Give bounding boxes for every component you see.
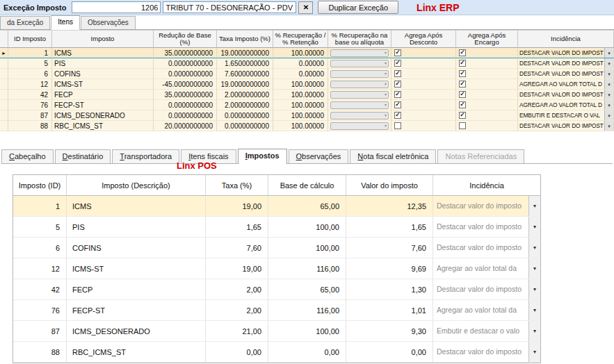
erp-grid-row[interactable]: 76FECP-ST0.00000000002.0000000000100.000… xyxy=(0,100,614,110)
pos-table-row[interactable]: 42FECP2,0065,001,30Destacar valor do imp… xyxy=(13,279,540,300)
cell-imposto: ICMS xyxy=(52,48,154,58)
pos-tab-destinatario[interactable]: Destinatário xyxy=(55,149,111,163)
pos-table-row[interactable]: 87ICMS_DESONERADO21,00100,009,30Embutir … xyxy=(13,321,540,342)
incidencia-dropdown-button[interactable]: ▾ xyxy=(604,110,613,120)
incidencia-dropdown-button[interactable]: ▾ xyxy=(604,121,613,131)
agrega-apos-desconto-checkbox[interactable]: ✓ xyxy=(394,60,401,67)
cell-recuperacao: 100.00000 xyxy=(273,121,328,131)
erp-column-header-imposto: Imposto xyxy=(52,30,154,48)
agrega-apos-encargo-checkbox[interactable]: ✓ xyxy=(459,49,466,56)
agrega-apos-encargo-checkbox[interactable]: ✓ xyxy=(459,101,466,108)
incidencia-dropdown-button[interactable]: ▾ xyxy=(604,48,613,58)
agrega-apos-encargo-checkbox[interactable]: ✓ xyxy=(459,81,466,88)
cell-reducao-base: 0.0000000000 xyxy=(154,69,217,79)
cell-recuperacao: 100.00000 xyxy=(273,90,328,100)
agrega-apos-encargo-checkbox[interactable] xyxy=(459,122,466,129)
cell-recuperacao-base: ▾ xyxy=(328,100,391,110)
incidencia-dropdown-button[interactable]: ▾ xyxy=(528,217,540,237)
erp-tab-observacoes[interactable]: Observações xyxy=(81,16,136,29)
pos-tab-cabecalho[interactable]: Cabeçalho xyxy=(1,149,54,163)
cell-recuperacao: 100.00000 xyxy=(273,79,328,90)
pos-table-row[interactable]: 88RBC_ICMS_ST0,000,000,00Destacar valor … xyxy=(13,342,540,363)
pos-tab-impostos[interactable]: Impostos xyxy=(238,149,287,164)
duplicate-exception-button[interactable]: Duplicar Exceção xyxy=(318,1,398,14)
exception-description-field[interactable] xyxy=(163,1,296,13)
incidencia-dropdown-button[interactable]: ▾ xyxy=(604,100,613,110)
erp-tab-da-excecao[interactable]: da Exceção xyxy=(0,16,50,29)
chevron-down-icon: ▾ xyxy=(385,51,387,55)
agrega-apos-encargo-checkbox[interactable]: ✓ xyxy=(459,112,466,119)
agrega-apos-desconto-checkbox[interactable]: ✓ xyxy=(394,49,401,56)
agrega-apos-encargo-checkbox[interactable]: ✓ xyxy=(459,91,466,98)
cell-imposto: RBC_ICMS_ST xyxy=(52,121,154,131)
incidencia-dropdown-button[interactable]: ▾ xyxy=(604,79,613,89)
erp-grid-row[interactable]: 12ICMS-ST-45.000000000019.0000000000100.… xyxy=(0,79,614,90)
pos-table-header: Imposto (ID)Imposto (Descrição)Taxa (%)B… xyxy=(13,175,540,196)
cell-incidencia: Agregar ao valor total da▾ xyxy=(433,300,540,321)
erp-grid-row[interactable]: 6COFINS0.00000000007.60000000000.00000▾✓… xyxy=(0,69,614,79)
recuperacao-base-dropdown: ▾ xyxy=(330,49,389,57)
incidencia-dropdown-button[interactable]: ▾ xyxy=(528,258,540,279)
cell-recuperacao-base: ▾ xyxy=(328,48,391,58)
chevron-down-icon: ▾ xyxy=(385,61,387,65)
pos-tab-observacoes[interactable]: Observações xyxy=(289,149,349,163)
pos-tab-nota-fiscal-eletronica[interactable]: Nota fiscal eletrônica xyxy=(350,149,436,163)
pos-column-header-taxa: Taxa (%) xyxy=(206,175,268,196)
agrega-apos-desconto-checkbox[interactable]: ✓ xyxy=(394,112,401,119)
cell-base-calculo: 100,00 xyxy=(268,321,346,342)
clear-exception-button[interactable]: ✕ xyxy=(298,1,313,14)
cell-incidencia: Destacar valor do imposto▾ xyxy=(433,342,540,363)
incidencia-dropdown-button[interactable]: ▾ xyxy=(604,69,613,78)
incidencia-dropdown-button[interactable]: ▾ xyxy=(528,279,540,299)
cell-taxa: 1,65 xyxy=(206,217,268,238)
incidencia-dropdown-button[interactable]: ▾ xyxy=(528,300,540,320)
row-indicator xyxy=(0,79,8,90)
incidencia-dropdown-button[interactable]: ▾ xyxy=(528,321,540,341)
cell-taxa: 19,00 xyxy=(206,258,268,279)
chevron-down-icon: ▾ xyxy=(608,59,611,68)
cell-imposto: PIS xyxy=(52,58,154,69)
pos-table-row[interactable]: 5PIS1,65100,001,65Destacar valor do impo… xyxy=(13,217,540,238)
incidencia-dropdown-button[interactable]: ▾ xyxy=(528,196,540,216)
agrega-apos-desconto-checkbox[interactable]: ✓ xyxy=(394,81,401,88)
cell-agrega-apos-desconto: ✓ xyxy=(391,90,456,100)
pos-column-header-imposto-id: Imposto (ID) xyxy=(13,175,67,196)
erp-grid-row[interactable]: 87ICMS_DESONERADO0.00000000000.000000000… xyxy=(0,110,614,121)
cell-valor-imposto: 1,30 xyxy=(346,279,433,300)
cell-incidencia: DESTACAR VALOR DO IMPOST▾ xyxy=(518,58,614,69)
agrega-apos-desconto-checkbox[interactable] xyxy=(394,122,401,129)
exception-code-field[interactable] xyxy=(72,1,161,13)
agrega-apos-encargo-checkbox[interactable]: ✓ xyxy=(459,60,466,67)
pos-tab-transportadora[interactable]: Transportadora xyxy=(112,149,179,163)
agrega-apos-desconto-checkbox[interactable]: ✓ xyxy=(394,91,401,98)
pos-table-row[interactable]: 1ICMS19,0065,0012,35Destacar valor do im… xyxy=(13,196,540,217)
erp-grid-row[interactable]: 88RBC_ICMS_ST20.00000000000.000000000010… xyxy=(0,121,614,131)
pos-table-row[interactable]: 76FECP-ST2,00116,001,01Agregar ao valor … xyxy=(13,300,540,321)
cell-agrega-apos-desconto: ✓ xyxy=(391,69,456,79)
cell-reducao-base: 35.0000000000 xyxy=(154,48,217,58)
incidencia-dropdown-button[interactable]: ▾ xyxy=(604,90,613,99)
pos-column-header-base-de-calculo: Base de cálculo xyxy=(268,175,346,196)
erp-grid-row[interactable]: ►1ICMS35.000000000019.0000000000100.0000… xyxy=(0,48,614,58)
incidencia-dropdown-button[interactable]: ▾ xyxy=(604,58,613,68)
chevron-down-icon: ▾ xyxy=(533,286,536,292)
cell-imposto-descricao: FECP-ST xyxy=(67,300,206,321)
erp-tab-itens[interactable]: Itens xyxy=(51,15,80,30)
cell-recuperacao-base: ▾ xyxy=(328,79,391,90)
pos-table-row[interactable]: 12ICMS-ST19,00116,009,69Agregar ao valor… xyxy=(13,258,540,279)
cell-agrega-apos-encargo: ✓ xyxy=(456,69,518,79)
check-icon: ✓ xyxy=(460,70,465,76)
cell-imposto-id: 6 xyxy=(13,238,67,258)
pos-table-row[interactable]: 6COFINS7,60100,007,60Destacar valor do i… xyxy=(13,238,540,258)
agrega-apos-encargo-checkbox[interactable]: ✓ xyxy=(459,70,466,77)
erp-grid-row[interactable]: 42FECP35.00000000002.0000000000100.00000… xyxy=(0,90,614,100)
erp-grid-row[interactable]: 5PIS0.00000000001.65000000000.00000▾✓✓DE… xyxy=(0,58,614,69)
agrega-apos-desconto-checkbox[interactable]: ✓ xyxy=(394,101,401,108)
cell-base-calculo: 100,00 xyxy=(268,238,346,258)
row-indicator xyxy=(0,100,8,110)
incidencia-dropdown-button[interactable]: ▾ xyxy=(528,342,540,362)
cell-imposto-id: 12 xyxy=(13,258,67,279)
agrega-apos-desconto-checkbox[interactable]: ✓ xyxy=(394,70,401,77)
chevron-down-icon: ▾ xyxy=(533,307,536,313)
incidencia-dropdown-button[interactable]: ▾ xyxy=(528,238,540,258)
